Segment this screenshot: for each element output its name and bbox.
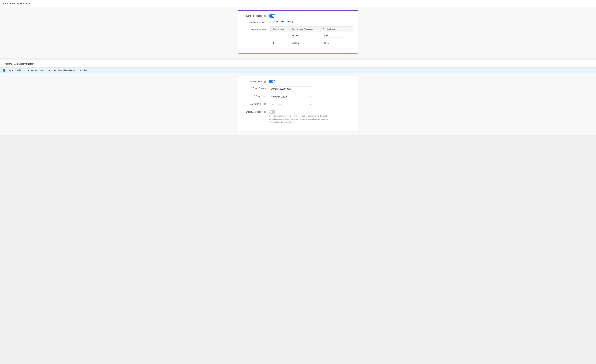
enable-auto-retry-control: Tip: Retrying may cause blocking of cont… <box>269 110 353 124</box>
col-control-value-desc: Control Value Description <box>290 27 320 32</box>
enable-auto-retry-row: Enable Auto-Retry i Tip: Retrying may ca… <box>243 110 353 124</box>
enable-auto-retry-info-icon[interactable]: i <box>264 111 266 113</box>
mapping-relations-label: Mapping Relations <box>243 26 268 30</box>
alarm-type-required-star: * <box>254 95 255 97</box>
alarm-severity-select-wrapper: Warning (398000002) ▾ <box>269 86 313 91</box>
feedback-chevron-icon: ▾ <box>3 3 4 5</box>
enable-auto-retry-toggle[interactable] <box>269 110 276 114</box>
feedback-config-card: Enable Feedback i Feedback Formula <box>238 10 358 53</box>
enable-alarm-toggle[interactable] <box>269 80 276 83</box>
mapping-relations-control: Control Value Control Value Description … <box>270 26 353 47</box>
enable-feedback-control <box>269 14 353 18</box>
control-value-0: 0 <box>271 32 290 39</box>
alarm-child-type-select-wrapper: Please select ▾ <box>269 102 313 107</box>
feedback-false-input[interactable] <box>323 41 346 45</box>
enable-feedback-toggle[interactable] <box>269 14 276 18</box>
auto-retry-tip-text: Tip: Retrying may cause blocking of cont… <box>269 114 331 124</box>
retry-section: ▾ Control Failure Retry Strategy i Only … <box>0 60 596 135</box>
alarm-type-control: Monitoring (112004) ▾ <box>269 94 353 99</box>
alarm-type-select[interactable]: Monitoring (112004) <box>269 94 313 99</box>
radio-mapping-label: Mapping <box>285 21 293 23</box>
feedback-formula-radio-group: Equal Mapping <box>269 21 353 23</box>
description-enable: Enable <box>290 32 320 39</box>
mapping-table-header-row: Control Value Control Value Description … <box>271 27 353 32</box>
col-control-value: Control Value <box>271 27 290 32</box>
radio-equal[interactable]: Equal <box>269 21 278 23</box>
alarm-type-label: * Alarm Type <box>243 94 266 97</box>
radio-equal-circle <box>269 21 271 23</box>
feedback-formula-control: Equal Mapping <box>269 21 353 23</box>
retry-config-card: Enable Alarm i * Alarm Severity <box>238 76 358 130</box>
table-row: 0 Enable <box>271 32 353 39</box>
alarm-child-type-control: Please select ▾ <box>269 102 353 107</box>
retry-section-title: Control Failure Retry Strategy <box>5 63 34 65</box>
enable-feedback-info-icon[interactable]: i <box>264 15 266 17</box>
alarm-severity-select[interactable]: Warning (398000002) <box>269 86 313 91</box>
alarm-child-type-label: Alarm Child Type <box>243 102 266 105</box>
enable-alarm-control <box>269 80 353 83</box>
section-divider <box>0 59 596 60</box>
enable-alarm-label: Enable Alarm i <box>243 80 266 83</box>
retry-section-content: Enable Alarm i * Alarm Severity <box>0 73 596 135</box>
control-value-1: 1 <box>271 39 290 47</box>
feedback-formula-label: Feedback Formula <box>243 21 266 23</box>
feedback-section: ▾ Feedback Configurations Enable Feedbac… <box>0 0 596 58</box>
description-disable: Disable <box>290 39 320 47</box>
alarm-type-select-wrapper: Monitoring (112004) ▾ <box>269 94 313 99</box>
retry-section-header[interactable]: ▾ Control Failure Retry Strategy <box>0 60 596 67</box>
feedback-true-cell <box>320 32 353 39</box>
info-banner-text: Only applicable to control requests unde… <box>7 69 87 72</box>
mapping-table: Control Value Control Value Description … <box>270 26 353 47</box>
alarm-severity-label: * Alarm Severity <box>243 86 266 89</box>
enable-feedback-row: Enable Feedback i <box>243 14 353 18</box>
alarm-severity-row: * Alarm Severity Warning (398000002) ▾ <box>243 86 353 91</box>
feedback-section-content: Enable Feedback i Feedback Formula <box>0 7 596 58</box>
alarm-severity-required-star: * <box>251 87 252 89</box>
feedback-formula-row: Feedback Formula Equal Mapping <box>243 21 353 23</box>
radio-equal-label: Equal <box>273 21 278 23</box>
enable-feedback-slider <box>269 14 276 18</box>
retry-chevron-icon: ▾ <box>3 63 4 65</box>
radio-mapping[interactable]: Mapping <box>281 21 293 23</box>
page-wrapper: ▾ Feedback Configurations Enable Feedbac… <box>0 0 596 364</box>
radio-mapping-circle <box>281 21 284 23</box>
info-banner: i Only applicable to control requests un… <box>0 67 596 73</box>
mapping-table-body: 0 Enable 1 Disable <box>271 32 353 47</box>
mapping-relations-row: Mapping Relations Control Value Control … <box>243 26 353 47</box>
feedback-true-input[interactable] <box>323 33 346 38</box>
feedback-section-title: Feedback Configurations <box>5 2 30 5</box>
enable-alarm-slider <box>269 80 276 83</box>
table-row: 1 Disable <box>271 39 353 47</box>
mapping-table-head: Control Value Control Value Description … <box>271 27 353 32</box>
enable-alarm-info-icon[interactable]: i <box>264 81 266 83</box>
alarm-type-row: * Alarm Type Monitoring (112004) ▾ <box>243 94 353 99</box>
feedback-section-header[interactable]: ▾ Feedback Configurations <box>0 0 596 7</box>
feedback-false-cell <box>320 39 353 47</box>
enable-auto-retry-slider <box>269 110 276 114</box>
info-banner-icon: i <box>3 69 5 72</box>
alarm-child-type-row: Alarm Child Type Please select ▾ <box>243 102 353 107</box>
enable-feedback-label: Enable Feedback i <box>243 14 266 17</box>
alarm-severity-control: Warning (398000002) ▾ <box>269 86 353 91</box>
enable-auto-retry-label: Enable Auto-Retry i <box>243 110 266 113</box>
enable-alarm-row: Enable Alarm i <box>243 80 353 83</box>
col-feedback-mapping: Feedback Mapping <box>320 27 353 32</box>
alarm-child-type-select[interactable]: Please select <box>269 102 313 107</box>
